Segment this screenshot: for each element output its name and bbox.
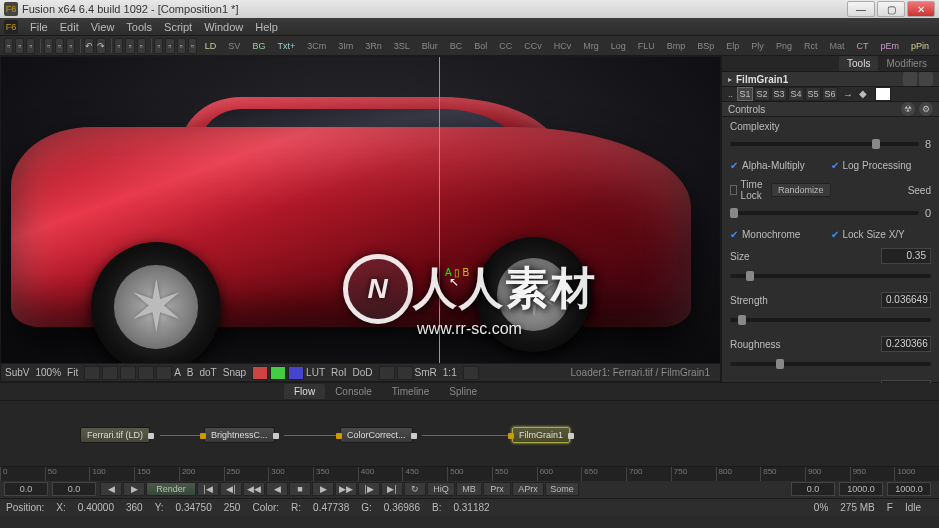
slot-prev-icon[interactable]: ..	[728, 89, 733, 99]
viewer-btn-icon[interactable]	[102, 366, 118, 380]
checkbox[interactable]	[730, 185, 737, 195]
tool-ccv[interactable]: CCv	[520, 39, 546, 53]
viewer-lut[interactable]: LUT	[306, 367, 325, 378]
slot-s6[interactable]: S6	[822, 87, 838, 101]
tab-timeline[interactable]: Timeline	[382, 384, 439, 399]
play-icon[interactable]: ▶	[312, 482, 334, 496]
step-fwd-icon[interactable]: ▶▶	[335, 482, 357, 496]
tool-3cm[interactable]: 3Cm	[303, 39, 330, 53]
tool-bc[interactable]: BC	[446, 39, 467, 53]
strength-slider[interactable]	[730, 318, 931, 322]
tool-sv[interactable]: SV	[224, 39, 244, 53]
tool-log[interactable]: Log	[607, 39, 630, 53]
toolbar-open-icon[interactable]: ▫	[15, 38, 24, 54]
play-reverse-icon[interactable]: ◀	[266, 482, 288, 496]
slot-s4[interactable]: S4	[788, 87, 804, 101]
size-value[interactable]: 0.35	[881, 248, 931, 264]
split-wipe-line[interactable]	[439, 57, 440, 381]
some-button[interactable]: Some	[545, 482, 579, 496]
header-btn-icon[interactable]	[903, 72, 917, 86]
slot-s1[interactable]: S1	[737, 87, 753, 101]
menu-tools[interactable]: Tools	[126, 21, 152, 33]
check-icon[interactable]: ✔	[730, 160, 738, 171]
toolbar-undo-icon[interactable]: ↶	[84, 38, 94, 54]
tool-mat[interactable]: Mat	[825, 39, 848, 53]
tool-rct[interactable]: Rct	[800, 39, 822, 53]
keyframe-icon[interactable]: ◆	[859, 88, 871, 100]
toolbar-paste-icon[interactable]: ▫	[66, 38, 75, 54]
toolbar-script-icon[interactable]: ▫	[137, 38, 146, 54]
tab-console[interactable]: Console	[325, 384, 382, 399]
size-slider[interactable]	[730, 274, 931, 278]
mb-button[interactable]: MB	[456, 482, 482, 496]
node-brightness[interactable]: BrightnessC...	[204, 427, 275, 443]
tool-bsp[interactable]: BSp	[693, 39, 718, 53]
close-button[interactable]: ✕	[907, 1, 935, 17]
tool-elp[interactable]: Elp	[722, 39, 743, 53]
minimize-button[interactable]: —	[847, 1, 875, 17]
stop-icon[interactable]: ■	[289, 482, 311, 496]
viewer-btn-icon[interactable]	[156, 366, 172, 380]
prx-button[interactable]: Prx	[483, 482, 511, 496]
randomize-button[interactable]: Randomize	[771, 183, 831, 197]
tool-bol[interactable]: Bol	[470, 39, 491, 53]
tab-tools[interactable]: Tools	[839, 56, 878, 71]
viewer-a-button[interactable]: A	[174, 367, 181, 378]
toolbar-redo-icon[interactable]: ↷	[96, 38, 106, 54]
toolbar-copy-icon[interactable]: ▫	[55, 38, 64, 54]
viewer-snap[interactable]: Snap	[223, 367, 246, 378]
tool-ply[interactable]: Ply	[747, 39, 768, 53]
menu-script[interactable]: Script	[164, 21, 192, 33]
menu-edit[interactable]: Edit	[60, 21, 79, 33]
tool-flu[interactable]: FLU	[634, 39, 659, 53]
check-icon[interactable]: ✔	[730, 229, 738, 240]
slot-s2[interactable]: S2	[754, 87, 770, 101]
slot-s5[interactable]: S5	[805, 87, 821, 101]
time-ruler[interactable]: 0501001502002503003504004505005506006507…	[0, 467, 939, 481]
viewer-fit[interactable]: Fit	[67, 367, 78, 378]
tool-bg[interactable]: BG	[248, 39, 269, 53]
toolbar-layout-d-icon[interactable]: ▫	[188, 38, 197, 54]
toolbar-bin-icon[interactable]: ▫	[114, 38, 123, 54]
tool-ld[interactable]: LD	[201, 39, 221, 53]
check-icon[interactable]: ✔	[831, 229, 839, 240]
slot-s3[interactable]: S3	[771, 87, 787, 101]
menu-window[interactable]: Window	[204, 21, 243, 33]
tool-pem[interactable]: pEm	[876, 39, 903, 53]
tool-ppin[interactable]: pPin	[907, 39, 933, 53]
maximize-button[interactable]: ▢	[877, 1, 905, 17]
current-frame-field[interactable]: 0.0	[791, 482, 835, 496]
hiq-button[interactable]: HiQ	[427, 482, 455, 496]
goto-first-icon[interactable]: |◀	[197, 482, 219, 496]
viewer-b-button[interactable]: B	[187, 367, 194, 378]
keyframe-next-icon[interactable]: ▶	[123, 482, 145, 496]
complexity-value[interactable]: 8	[925, 138, 931, 150]
viewer-color-icon[interactable]	[288, 366, 304, 380]
tool-hcv[interactable]: HCv	[550, 39, 576, 53]
viewer-btn-icon[interactable]	[138, 366, 154, 380]
range-start-field[interactable]: 0.0	[4, 482, 48, 496]
viewer-btn-icon[interactable]	[463, 366, 479, 380]
tool-3sl[interactable]: 3SL	[390, 39, 414, 53]
viewer-panel[interactable]: A▯ B ↖ SubV 100% Fit A B doT Snap LUT Ro…	[0, 56, 721, 382]
viewer-roi[interactable]: RoI	[331, 367, 347, 378]
range-out-field[interactable]: 1000.0	[839, 482, 883, 496]
render-button[interactable]: Render	[146, 482, 196, 496]
tool-3rn[interactable]: 3Rn	[361, 39, 386, 53]
tool-cc[interactable]: CC	[495, 39, 516, 53]
aprx-button[interactable]: APrx	[512, 482, 544, 496]
tool-png[interactable]: Png	[772, 39, 796, 53]
step-back-key-icon[interactable]: ◀|	[220, 482, 242, 496]
viewer-color-icon[interactable]	[270, 366, 286, 380]
tab-modifiers[interactable]: Modifiers	[878, 56, 935, 71]
viewer-btn-icon[interactable]	[379, 366, 395, 380]
range-end-field[interactable]: 1000.0	[887, 482, 931, 496]
header-btn-icon[interactable]	[919, 72, 933, 86]
viewer-zoom[interactable]: 100%	[35, 367, 61, 378]
seed-slider[interactable]	[730, 211, 919, 215]
keyframe-prev-icon[interactable]: ◀	[100, 482, 122, 496]
viewer-dod[interactable]: DoD	[353, 367, 373, 378]
goto-last-icon[interactable]: ▶|	[381, 482, 403, 496]
menu-file[interactable]: File	[30, 21, 48, 33]
check-icon[interactable]: ✔	[831, 160, 839, 171]
